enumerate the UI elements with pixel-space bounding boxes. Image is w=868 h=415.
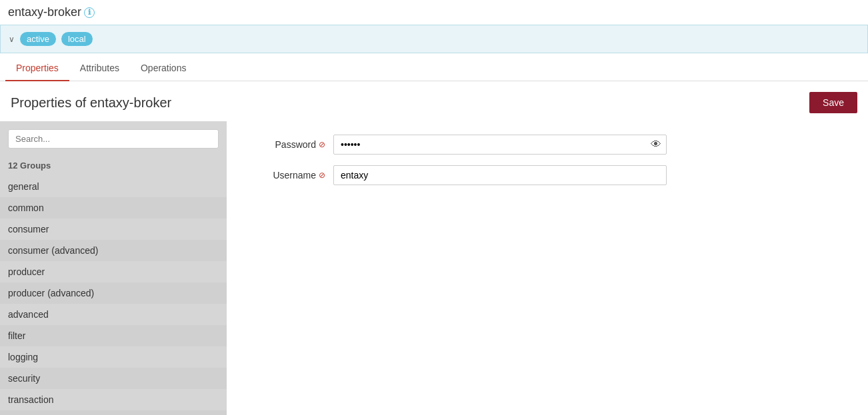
badge-active: active [20, 32, 56, 46]
tab-properties[interactable]: Properties [5, 56, 69, 81]
sidebar-item-transaction[interactable]: transaction [0, 389, 227, 410]
sidebar-item-general[interactable]: general [0, 176, 227, 197]
sidebar: 12 Groups general common consumer consum… [0, 121, 227, 415]
sidebar-item-advanced[interactable]: advanced [0, 304, 227, 325]
sidebar-item-filter[interactable]: filter [0, 325, 227, 346]
sidebar-item-logging[interactable]: logging [0, 346, 227, 368]
right-panel: Password ⊘ 👁 Username ⊘ [227, 121, 868, 415]
dropdown-arrow[interactable]: ∨ [9, 35, 15, 44]
tab-attributes[interactable]: Attributes [69, 56, 130, 81]
search-container [0, 129, 227, 157]
username-required-icon: ⊘ [319, 171, 325, 180]
tab-operations[interactable]: Operations [130, 56, 197, 81]
username-label: Username ⊘ [253, 170, 333, 181]
tabs: Properties Attributes Operations [0, 56, 868, 81]
app-title: entaxy-broker [8, 5, 81, 19]
info-icon[interactable]: ℹ [84, 7, 95, 18]
username-input[interactable] [333, 165, 667, 185]
sidebar-item-producer[interactable]: producer [0, 261, 227, 282]
sidebar-item-consumer[interactable]: consumer [0, 218, 227, 240]
save-button[interactable]: Save [809, 92, 857, 113]
group-count: 12 Groups [0, 157, 227, 176]
sidebar-item-common[interactable]: common [0, 197, 227, 218]
sidebar-item-consumer-advanced[interactable]: consumer (advanced) [0, 240, 227, 261]
sidebar-item-producer-advanced[interactable]: producer (advanced) [0, 282, 227, 304]
status-bar: ∨ active local [0, 25, 868, 53]
search-input[interactable] [8, 129, 219, 149]
password-input-wrapper: 👁 [333, 135, 667, 155]
page-title-bar: Properties of entaxy-broker Save [0, 81, 868, 121]
main-content: 12 Groups general common consumer consum… [0, 121, 868, 415]
badge-local: local [61, 32, 93, 46]
form-row-password: Password ⊘ 👁 [253, 135, 841, 155]
sidebar-item-transaction-advanced[interactable]: transaction (advanced) [0, 410, 227, 415]
sidebar-item-security[interactable]: security [0, 368, 227, 389]
form-row-username: Username ⊘ [253, 165, 841, 185]
page-title: Properties of entaxy-broker [11, 95, 171, 111]
password-required-icon: ⊘ [319, 140, 325, 149]
eye-icon[interactable]: 👁 [651, 139, 661, 151]
app-header: entaxy-broker ℹ [0, 0, 868, 25]
password-input[interactable] [333, 135, 667, 155]
password-label: Password ⊘ [253, 139, 333, 150]
